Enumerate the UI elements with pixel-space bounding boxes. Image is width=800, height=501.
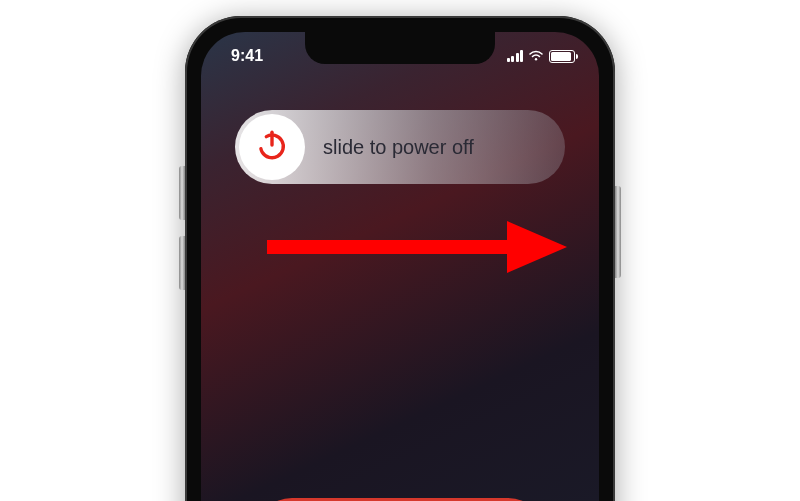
svg-marker-3 — [507, 221, 567, 273]
status-indicators — [507, 50, 580, 63]
power-off-slider[interactable]: slide to power off — [235, 110, 565, 184]
notch — [305, 32, 495, 64]
power-off-knob[interactable] — [239, 114, 305, 180]
battery-icon — [549, 50, 575, 63]
phone-frame: 9:41 — [185, 16, 615, 501]
volume-down-button[interactable] — [179, 236, 185, 290]
power-icon — [255, 128, 289, 166]
status-time: 9:41 — [221, 47, 263, 65]
wifi-icon — [528, 50, 544, 62]
cellular-signal-icon — [507, 50, 524, 62]
power-off-label: slide to power off — [305, 136, 565, 159]
side-power-button[interactable] — [615, 186, 621, 278]
volume-up-button[interactable] — [179, 166, 185, 220]
instruction-arrow — [257, 217, 567, 277]
screen: 9:41 — [201, 32, 599, 501]
